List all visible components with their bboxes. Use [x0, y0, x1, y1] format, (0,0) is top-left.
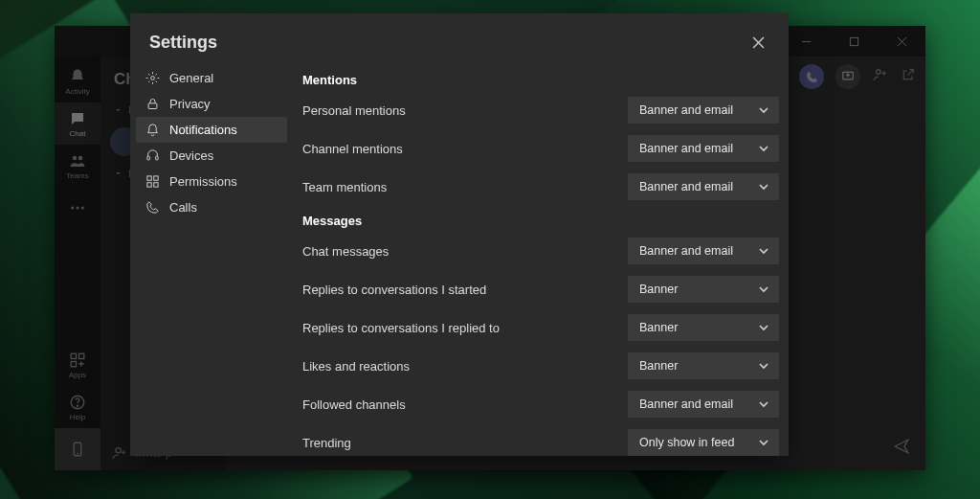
- audio-call-button[interactable]: [799, 64, 824, 89]
- app-rail: Activity Chat Teams Apps Help: [55, 57, 100, 470]
- setting-label: Followed channels: [302, 397, 628, 412]
- setting-row: Trending Only show in feed: [302, 429, 779, 456]
- settings-nav-devices[interactable]: Devices: [136, 143, 287, 169]
- apps-icon: [145, 174, 160, 189]
- rail-help[interactable]: Help: [55, 386, 100, 428]
- gear-icon: [145, 71, 160, 85]
- dropdown-chat-messages[interactable]: Banner and email: [628, 238, 779, 264]
- rail-label: Apps: [69, 371, 86, 379]
- dropdown-personal-mentions[interactable]: Banner and email: [628, 97, 779, 124]
- setting-row: Replies to conversations I started Banne…: [302, 276, 779, 303]
- svg-rect-23: [147, 156, 150, 160]
- chevron-down-icon: [758, 104, 769, 116]
- group-mentions-title: Mentions: [302, 73, 779, 87]
- people-add-icon: [112, 445, 127, 461]
- popout-button[interactable]: [901, 67, 916, 86]
- svg-rect-10: [79, 353, 84, 358]
- chevron-down-icon: [758, 245, 769, 257]
- chevron-down-icon: [758, 284, 769, 295]
- setting-label: Replies to conversations I replied to: [302, 321, 628, 335]
- rail-teams[interactable]: Teams: [55, 145, 100, 187]
- settings-nav: General Privacy Notifications Devices Pe…: [130, 59, 293, 456]
- svg-rect-9: [71, 353, 76, 358]
- setting-label: Chat messages: [302, 244, 628, 259]
- dropdown-trending[interactable]: Only show in feed: [628, 429, 779, 456]
- maximize-button[interactable]: [837, 29, 870, 54]
- chevron-down-icon: [758, 437, 769, 448]
- chevron-down-icon: [758, 322, 769, 333]
- svg-point-7: [77, 207, 79, 210]
- setting-label: Channel mentions: [302, 142, 628, 156]
- dropdown-channel-mentions[interactable]: Banner and email: [628, 135, 779, 162]
- setting-label: Personal mentions: [302, 103, 628, 118]
- settings-modal: Settings General Privacy Notifications D…: [130, 13, 789, 456]
- settings-nav-general[interactable]: General: [136, 65, 287, 91]
- settings-nav-notifications[interactable]: Notifications: [136, 117, 287, 143]
- chevron-down-icon: [758, 181, 769, 193]
- rail-chat[interactable]: Chat: [55, 102, 100, 145]
- setting-label: Team mentions: [302, 180, 628, 194]
- svg-rect-22: [148, 103, 157, 109]
- svg-point-18: [877, 70, 881, 75]
- chevron-down-icon: [758, 360, 769, 372]
- svg-rect-24: [156, 156, 159, 160]
- share-screen-button[interactable]: [835, 64, 860, 89]
- dropdown-team-mentions[interactable]: Banner and email: [628, 173, 779, 200]
- setting-row: Personal mentions Banner and email: [302, 97, 779, 124]
- rail-activity[interactable]: Activity: [55, 60, 100, 102]
- minimize-button[interactable]: [790, 29, 822, 54]
- rail-label: Chat: [70, 129, 86, 138]
- svg-point-16: [116, 448, 121, 453]
- setting-row: Chat messages Banner and email: [302, 238, 779, 264]
- svg-point-4: [73, 155, 78, 160]
- lock-icon: [145, 97, 160, 111]
- group-messages-title: Messages: [302, 214, 779, 228]
- rail-label: Help: [70, 413, 85, 421]
- setting-row: Likes and reactions Banner: [302, 352, 779, 379]
- rail-mobile[interactable]: [55, 428, 100, 470]
- settings-nav-permissions[interactable]: Permissions: [136, 169, 287, 194]
- setting-row: Followed channels Banner and email: [302, 391, 779, 418]
- svg-point-21: [151, 77, 155, 80]
- setting-row: Channel mentions Banner and email: [302, 135, 779, 162]
- rail-apps[interactable]: Apps: [55, 344, 100, 386]
- chevron-down-icon: [758, 143, 769, 154]
- svg-point-13: [77, 405, 78, 406]
- close-icon: [752, 36, 765, 49]
- svg-rect-1: [850, 37, 858, 45]
- dropdown-followed[interactable]: Banner and email: [628, 391, 779, 418]
- dropdown-replies-started[interactable]: Banner: [628, 276, 779, 303]
- dropdown-likes[interactable]: Banner: [628, 352, 779, 379]
- dropdown-replies-replied[interactable]: Banner: [628, 314, 779, 341]
- svg-rect-11: [71, 361, 76, 366]
- rail-label: Activity: [65, 87, 89, 96]
- rail-more[interactable]: [55, 187, 100, 229]
- svg-point-6: [71, 207, 74, 210]
- svg-rect-25: [147, 176, 151, 180]
- svg-rect-26: [154, 176, 158, 180]
- setting-label: Replies to conversations I started: [302, 283, 628, 297]
- svg-rect-27: [147, 183, 151, 187]
- close-button[interactable]: [746, 31, 769, 54]
- phone-icon: [145, 200, 160, 215]
- svg-point-8: [81, 207, 84, 210]
- setting-label: Trending: [302, 436, 628, 450]
- svg-point-5: [78, 155, 83, 160]
- setting-row: Replies to conversations I replied to Ba…: [302, 314, 779, 341]
- svg-rect-28: [154, 183, 158, 187]
- chevron-down-icon: [758, 398, 769, 410]
- setting-row: Team mentions Banner and email: [302, 173, 779, 200]
- settings-title: Settings: [149, 33, 217, 53]
- settings-content: Mentions Personal mentions Banner and em…: [293, 59, 789, 456]
- rail-label: Teams: [66, 171, 89, 180]
- setting-label: Likes and reactions: [302, 359, 628, 374]
- window-close-button[interactable]: [885, 29, 918, 54]
- headset-icon: [145, 148, 160, 163]
- settings-nav-privacy[interactable]: Privacy: [136, 91, 287, 117]
- bell-icon: [145, 123, 160, 137]
- add-people-button[interactable]: [872, 66, 889, 87]
- send-button[interactable]: [893, 438, 910, 459]
- settings-nav-calls[interactable]: Calls: [136, 194, 287, 220]
